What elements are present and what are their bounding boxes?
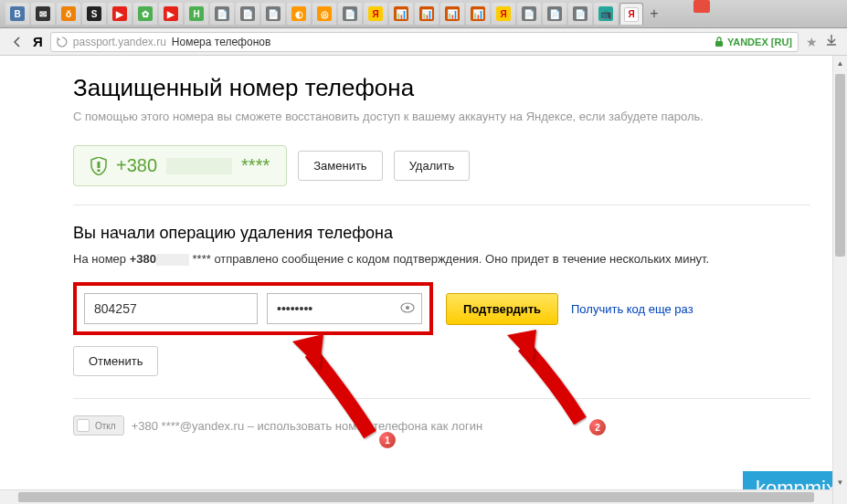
svg-point-4 [406,306,409,310]
tab-3[interactable]: ŏ [57,3,80,25]
annotation-badge-1: 1 [379,432,396,448]
tab-16[interactable]: 📊 [389,3,413,25]
tab-23[interactable]: 📄 [568,3,592,25]
confirm-button[interactable]: Подтвердить [446,293,558,325]
tab-7[interactable]: ▶ [159,3,183,25]
hscroll-thumb[interactable] [18,492,814,502]
resend-code-link[interactable]: Получить код еще раз [571,302,693,316]
tab-active[interactable]: Я [619,3,643,25]
ssl-label: YANDEX [RU] [727,37,792,47]
operation-title: Вы начали операцию удаления телефона [73,224,810,243]
tab-9[interactable]: 📄 [210,3,234,25]
scroll-thumb[interactable] [835,74,845,257]
tab-11[interactable]: 📄 [261,3,285,25]
tab-24[interactable]: 📺 [594,3,618,25]
svg-rect-1 [98,162,101,168]
tab-13[interactable]: ◎ [312,3,336,25]
tab-5[interactable]: ▶ [108,3,132,25]
vertical-scrollbar[interactable]: ▲ ▼ [832,56,847,504]
back-button[interactable] [9,34,26,50]
tab-6[interactable]: ✿ [133,3,157,25]
change-phone-button[interactable]: Заменить [298,151,382,181]
tab-15[interactable]: Я [364,3,387,25]
page-subtitle: С помощью этого номера вы сможете восста… [73,110,810,123]
login-text: +380 ****@yandex.ru – использовать номер… [132,419,483,433]
bookmark-star-icon[interactable]: ★ [806,35,818,49]
tab-20[interactable]: Я [492,3,515,25]
address-bar: Я passport.yandex.ru Номера телефонов YA… [0,28,847,56]
login-toggle[interactable]: Откл [73,415,124,436]
delete-phone-button[interactable]: Удалить [394,151,471,181]
tab-14[interactable]: 📄 [338,3,362,25]
download-icon[interactable] [825,34,838,49]
notification-badge-icon [693,0,710,13]
yandex-logo-icon: Я [33,34,43,49]
tab-4[interactable]: S [82,3,106,25]
tab-10[interactable]: 📄 [236,3,259,25]
tab-12[interactable]: ◐ [287,3,311,25]
divider [73,205,810,205]
horizontal-scrollbar[interactable] [0,489,832,504]
ssl-badge: YANDEX [RU] [715,37,792,47]
page-title: Защищенный номер телефона [73,74,810,102]
toggle-password-icon[interactable] [400,301,415,316]
url-breadcrumb: Номера телефонов [172,36,270,48]
highlighted-inputs [73,282,433,335]
password-wrapper [267,293,422,324]
annotation-badge-2: 2 [589,419,606,436]
browser-tab-strip: B ✉ ŏ S ▶ ✿ ▶ H 📄 📄 📄 ◐ ◎ 📄 Я 📊 📊 📊 📊 Я … [0,0,847,28]
toggle-knob-icon [77,419,90,432]
desc-redacted [156,254,189,266]
protected-phone-badge: +380 **** [73,145,287,186]
scroll-up-icon[interactable]: ▲ [833,56,847,70]
svg-rect-2 [98,169,101,172]
lock-icon [715,37,724,47]
tab-21[interactable]: 📄 [517,3,541,25]
scroll-down-icon[interactable]: ▼ [833,475,847,489]
tab-19[interactable]: 📊 [466,3,490,25]
operation-description: На номер +380 **** отправлено сообщение … [73,252,810,266]
cancel-row: Отменить [73,346,810,376]
tab-1[interactable]: B [5,3,29,25]
tab-22[interactable]: 📄 [543,3,566,25]
login-as-phone-row: Откл +380 ****@yandex.ru – использовать … [73,398,810,436]
phone-mask: **** [241,155,270,176]
tab-17[interactable]: 📊 [415,3,439,25]
url-input[interactable]: passport.yandex.ru Номера телефонов YAND… [50,32,799,52]
code-input[interactable] [84,293,258,324]
password-input[interactable] [267,293,422,324]
reload-icon[interactable] [57,37,68,47]
phone-redacted [166,158,232,174]
tab-18[interactable]: 📊 [440,3,464,25]
url-text: passport.yandex.ru [73,36,166,48]
toggle-label: Откл [95,421,116,431]
protected-phone-row: +380 **** Заменить Удалить [73,145,810,186]
shield-icon [90,157,107,175]
phone-prefix: +380 [116,155,157,176]
new-tab-button[interactable]: + [645,5,663,23]
tab-2[interactable]: ✉ [31,3,55,25]
confirmation-form-row: Подтвердить Получить код еще раз [73,282,810,335]
tab-8[interactable]: H [185,3,208,25]
svg-rect-0 [715,41,723,47]
page-content: Защищенный номер телефона С помощью этог… [0,56,847,504]
cancel-button[interactable]: Отменить [73,346,158,376]
